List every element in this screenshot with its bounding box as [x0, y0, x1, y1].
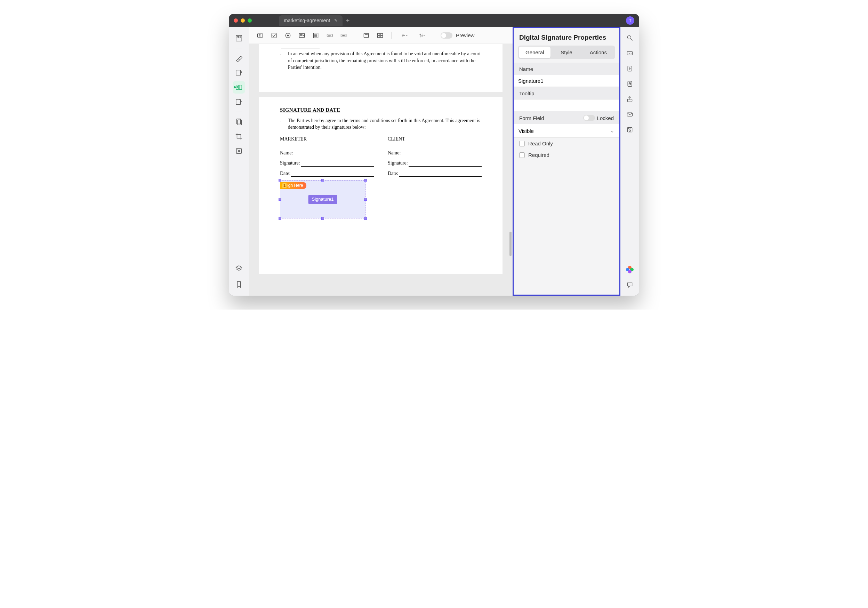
- resize-handle-w[interactable]: [279, 198, 281, 201]
- search-button[interactable]: [625, 33, 635, 43]
- resize-handle-nw[interactable]: [279, 179, 281, 181]
- sign-here-text: ign Here: [287, 183, 303, 189]
- maximize-window-button[interactable]: [248, 19, 252, 23]
- multi-field-tool[interactable]: [375, 30, 386, 41]
- left-sidebar: [229, 27, 249, 296]
- convert-button[interactable]: [625, 63, 635, 74]
- window-controls: [234, 19, 252, 23]
- svg-rect-49: [629, 84, 631, 85]
- text-field-tool[interactable]: T|: [254, 30, 266, 41]
- properties-tabs: General Style Actions: [518, 46, 615, 59]
- radio-button-tool[interactable]: [282, 30, 293, 41]
- signature-form-field[interactable]: 1 ign Here Signature1: [280, 180, 366, 219]
- tooltip-label: Tooltip: [514, 87, 619, 99]
- app-window: marketing-agreement ✎ + T: [229, 14, 639, 296]
- document-tab[interactable]: marketing-agreement ✎: [279, 15, 343, 26]
- signature-field-label: Signature1: [308, 195, 337, 204]
- bookmarks-button[interactable]: [232, 278, 245, 291]
- flower-icon: [626, 266, 634, 273]
- signature-field-tool[interactable]: [338, 30, 349, 41]
- tab-actions[interactable]: Actions: [583, 47, 614, 58]
- locked-toggle[interactable]: [583, 115, 595, 121]
- resize-handle-e[interactable]: [364, 198, 367, 201]
- tab-style[interactable]: Style: [550, 47, 582, 58]
- preview-toggle[interactable]: [440, 33, 453, 39]
- button-tool[interactable]: OK: [324, 30, 335, 41]
- toolbar-divider: [355, 32, 355, 39]
- dropdown-tool[interactable]: [296, 30, 307, 41]
- document-page: SIGNATURE AND DATE - The Parties hereby …: [259, 97, 502, 275]
- share-button[interactable]: [625, 94, 635, 104]
- email-button[interactable]: [625, 109, 635, 119]
- active-tool-indicator: [234, 86, 236, 88]
- main-column: T| OK: [249, 27, 513, 296]
- tooltip-input[interactable]: [514, 99, 619, 111]
- visibility-value: Visible: [519, 128, 534, 134]
- listbox-tool[interactable]: [310, 30, 321, 41]
- tabstrip: marketing-agreement ✎ +: [279, 15, 353, 26]
- edit-tool-button[interactable]: [232, 96, 245, 108]
- right-sidebar: OCR: [620, 27, 639, 296]
- document-viewport[interactable]: - In an event when any provision of this…: [249, 44, 513, 296]
- new-tab-button[interactable]: +: [343, 17, 353, 24]
- name-input[interactable]: [514, 75, 619, 87]
- align-tool[interactable]: [397, 30, 412, 41]
- signature-line: [409, 162, 482, 167]
- ai-assistant-button[interactable]: [625, 264, 635, 275]
- properties-panel-title: Digital Signature Properties: [514, 28, 619, 46]
- redact-tool-button[interactable]: [232, 145, 245, 157]
- readonly-label: Read Only: [528, 141, 553, 146]
- svg-point-38: [420, 34, 421, 35]
- rename-tab-icon[interactable]: ✎: [334, 18, 338, 23]
- svg-rect-51: [627, 113, 632, 116]
- checkbox-tool[interactable]: [268, 30, 280, 41]
- svg-point-54: [629, 130, 631, 132]
- close-window-button[interactable]: [234, 19, 238, 23]
- svg-rect-33: [378, 36, 380, 37]
- sidebar-divider: [236, 48, 242, 48]
- name-label: Name: [514, 63, 619, 75]
- layers-button[interactable]: [232, 262, 245, 275]
- sidebar-divider: [236, 112, 242, 112]
- signature-column-header: CLIENT: [388, 136, 482, 143]
- bullet-dash: -: [280, 117, 282, 131]
- formfield-label: Form Field: [519, 115, 544, 121]
- comments-button[interactable]: [625, 280, 635, 290]
- scrollbar-thumb[interactable]: [510, 232, 512, 256]
- toolbar-divider: [435, 32, 435, 39]
- ocr-button[interactable]: OCR: [625, 48, 635, 59]
- visibility-select[interactable]: Visible ⌄: [514, 124, 619, 138]
- svg-point-18: [287, 34, 289, 36]
- form-settings-tool[interactable]: [414, 30, 429, 41]
- signature-row-label: Name:: [280, 150, 293, 157]
- signature-line: [301, 162, 374, 167]
- resize-handle-sw[interactable]: [279, 217, 281, 220]
- resize-handle-ne[interactable]: [364, 179, 367, 181]
- protect-button[interactable]: [625, 79, 635, 89]
- resize-handle-n[interactable]: [321, 179, 324, 181]
- minimize-window-button[interactable]: [241, 19, 245, 23]
- signature-row-label: Signature:: [388, 160, 408, 167]
- save-button[interactable]: [625, 124, 635, 135]
- svg-text:OK: OK: [328, 34, 332, 37]
- svg-line-43: [631, 39, 632, 41]
- tab-general[interactable]: General: [519, 47, 550, 58]
- highlighter-tool-button[interactable]: [232, 52, 245, 64]
- single-field-tool[interactable]: [361, 30, 372, 41]
- document-page: - In an event when any provision of this…: [259, 44, 502, 92]
- annotate-tool-button[interactable]: [232, 67, 245, 79]
- chevron-down-icon: ⌄: [610, 128, 614, 134]
- svg-rect-9: [236, 99, 241, 105]
- signature-column-header: MARKETER: [280, 136, 374, 143]
- user-avatar[interactable]: T: [626, 16, 634, 25]
- pages-tool-button[interactable]: [232, 115, 245, 128]
- resize-handle-s[interactable]: [321, 217, 324, 220]
- readonly-checkbox[interactable]: [519, 141, 525, 146]
- svg-point-42: [627, 36, 631, 39]
- section-heading: SIGNATURE AND DATE: [280, 106, 482, 114]
- resize-handle-se[interactable]: [364, 217, 367, 220]
- svg-text:OCR: OCR: [628, 53, 632, 54]
- thumbnails-panel-button[interactable]: [232, 32, 245, 45]
- required-checkbox[interactable]: [519, 152, 525, 158]
- crop-tool-button[interactable]: [232, 130, 245, 143]
